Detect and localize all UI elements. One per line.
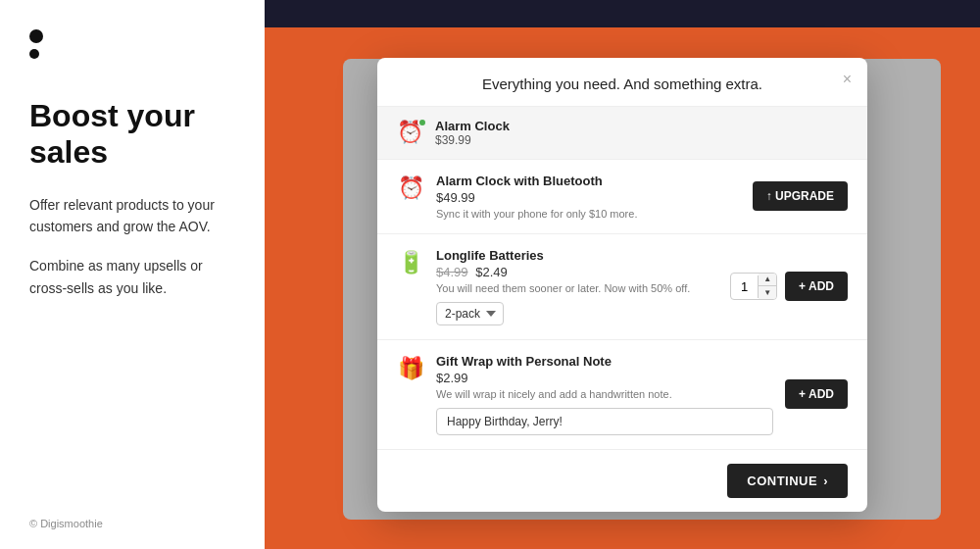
right-panel: Everything you need. And something extra… (265, 0, 980, 549)
continue-label: CONTINUE (747, 474, 817, 488)
modal-header: Everything you need. And something extra… (377, 58, 867, 107)
gift-wrap-price: $2.99 (436, 371, 773, 385)
gift-wrap-add-button[interactable]: + ADD (785, 379, 848, 409)
upgrade-button[interactable]: ↑ UPGRADE (753, 181, 848, 211)
batteries-name: Longlife Batteries (436, 248, 718, 263)
bluetooth-clock-icon: ⏰ (397, 175, 424, 201)
bluetooth-clock-info: Alarm Clock with Bluetooth $49.99 Sync i… (436, 174, 741, 220)
modal-footer: CONTINUE › (377, 449, 867, 512)
desc-upsells: Combine as many upsells or cross-sells a… (29, 255, 235, 299)
upsell-item-batteries: 🔋 Longlife Batteries $4.99 $2.49 You wil… (377, 234, 867, 340)
batteries-qty-buttons: ▲ ▼ (759, 274, 776, 299)
upsell-list: ⏰ Alarm Clock with Bluetooth $49.99 Sync… (377, 160, 867, 449)
current-product-name: Alarm Clock (435, 119, 510, 133)
batteries-qty-value: 1 (731, 275, 759, 298)
gift-wrap-info: Gift Wrap with Personal Note $2.99 We wi… (436, 354, 773, 435)
top-bar (265, 0, 980, 27)
current-product-bar: ⏰ Alarm Clock $39.99 (377, 107, 867, 160)
batteries-info: Longlife Batteries $4.99 $2.49 You will … (436, 248, 718, 325)
gift-wrap-actions: + ADD (785, 379, 848, 409)
batteries-sale-price: $2.49 (475, 265, 508, 279)
bluetooth-clock-desc: Sync it with your phone for only $10 mor… (436, 208, 741, 220)
footer-credit: © Digismoothie (29, 518, 103, 529)
upsell-item-gift-wrap: 🎁 Gift Wrap with Personal Note $2.99 We … (377, 340, 867, 449)
modal: Everything you need. And something extra… (377, 58, 867, 512)
batteries-pack-select[interactable]: 2-pack 4-pack (436, 302, 504, 325)
batteries-desc: You will need them sooner or later. Now … (436, 282, 718, 294)
gift-wrap-desc: We will wrap it nicely and add a handwri… (436, 388, 773, 400)
batteries-price: $4.99 $2.49 (436, 265, 718, 279)
batteries-select-row: 2-pack 4-pack (436, 302, 718, 325)
bluetooth-clock-actions: ↑ UPGRADE (753, 181, 848, 211)
current-product-price: $39.99 (435, 133, 510, 147)
logo-dot-large (29, 29, 43, 43)
bluetooth-clock-name: Alarm Clock with Bluetooth (436, 174, 741, 188)
desc-aov: Offer relevant products to your customer… (29, 194, 235, 238)
continue-arrow: › (823, 474, 828, 488)
batteries-actions: 1 ▲ ▼ + ADD (730, 272, 848, 301)
batteries-add-button[interactable]: + ADD (785, 272, 848, 301)
current-product-icon: ⏰ (397, 120, 423, 145)
batteries-qty-down[interactable]: ▼ (759, 286, 776, 299)
green-dot-indicator (417, 118, 427, 127)
gift-wrap-icon: 🎁 (397, 356, 424, 381)
batteries-icon: 🔋 (397, 250, 424, 275)
continue-button[interactable]: CONTINUE › (727, 464, 848, 498)
logo (29, 29, 235, 59)
left-panel: Boost your sales Offer relevant products… (0, 0, 265, 549)
logo-dot-small (29, 49, 39, 59)
batteries-qty-box: 1 ▲ ▼ (730, 273, 777, 300)
batteries-qty-up[interactable]: ▲ (759, 274, 776, 286)
modal-close-button[interactable]: × (843, 72, 852, 87)
upsell-item-bluetooth-clock: ⏰ Alarm Clock with Bluetooth $49.99 Sync… (377, 160, 867, 234)
gift-wrap-name: Gift Wrap with Personal Note (436, 354, 773, 369)
page-heading: Boost your sales (29, 98, 235, 171)
batteries-original-price: $4.99 (436, 265, 468, 279)
bluetooth-clock-price: $49.99 (436, 190, 741, 205)
current-product-info: Alarm Clock $39.99 (435, 119, 510, 147)
modal-title: Everything you need. And something extra… (482, 75, 762, 92)
personal-note-input[interactable] (436, 408, 773, 435)
